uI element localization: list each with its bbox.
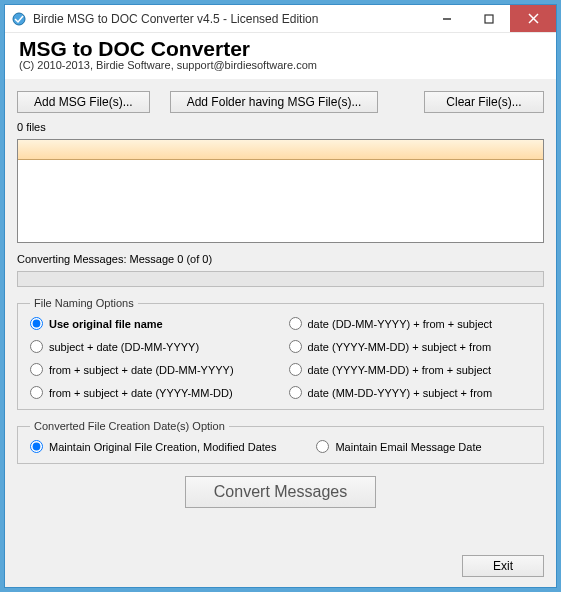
add-msg-files-button[interactable]: Add MSG File(s)... xyxy=(17,91,150,113)
date-radio-original[interactable] xyxy=(30,440,43,453)
app-window: Birdie MSG to DOC Converter v4.5 - Licen… xyxy=(4,4,557,588)
naming-option-from-subject-yyyymmdd[interactable]: from + subject + date (YYYY-MM-DD) xyxy=(30,386,273,399)
maximize-button[interactable] xyxy=(468,5,510,32)
svg-point-0 xyxy=(13,13,25,25)
window-controls xyxy=(426,5,556,32)
copyright-text: (C) 2010-2013, Birdie Software, support@… xyxy=(19,59,542,71)
minimize-button[interactable] xyxy=(426,5,468,32)
naming-radio-6[interactable] xyxy=(30,386,43,399)
progress-label: Converting Messages: Message 0 (of 0) xyxy=(17,253,544,265)
svg-rect-2 xyxy=(485,15,493,23)
header-block: MSG to DOC Converter (C) 2010-2013, Bird… xyxy=(5,33,556,79)
date-option-email[interactable]: Maintain Email Message Date xyxy=(316,440,481,453)
date-radio-email[interactable] xyxy=(316,440,329,453)
naming-option-yyyymmdd-subject-from[interactable]: date (YYYY-MM-DD) + subject + from xyxy=(289,340,532,353)
naming-radio-0[interactable] xyxy=(30,317,43,330)
file-date-options: Converted File Creation Date(s) Option M… xyxy=(17,420,544,464)
naming-option-from-subject-ddmmyyyy[interactable]: from + subject + date (DD-MM-YYYY) xyxy=(30,363,273,376)
naming-option-original[interactable]: Use original file name xyxy=(30,317,273,330)
naming-radio-4[interactable] xyxy=(30,363,43,376)
date-option-original[interactable]: Maintain Original File Creation, Modifie… xyxy=(30,440,276,453)
file-date-legend: Converted File Creation Date(s) Option xyxy=(30,420,229,432)
progress-bar xyxy=(17,271,544,287)
window-title: Birdie MSG to DOC Converter v4.5 - Licen… xyxy=(33,12,426,26)
titlebar: Birdie MSG to DOC Converter v4.5 - Licen… xyxy=(5,5,556,33)
naming-option-yyyymmdd-from-subject[interactable]: date (YYYY-MM-DD) + from + subject xyxy=(289,363,532,376)
app-icon xyxy=(11,11,27,27)
naming-radio-5[interactable] xyxy=(289,363,302,376)
naming-radio-2[interactable] xyxy=(30,340,43,353)
naming-option-subject-ddmmyyyy[interactable]: subject + date (DD-MM-YYYY) xyxy=(30,340,273,353)
naming-radio-1[interactable] xyxy=(289,317,302,330)
file-count-label: 0 files xyxy=(17,121,544,133)
add-folder-button[interactable]: Add Folder having MSG File(s)... xyxy=(170,91,379,113)
convert-messages-button[interactable]: Convert Messages xyxy=(185,476,376,508)
naming-radio-3[interactable] xyxy=(289,340,302,353)
exit-button[interactable]: Exit xyxy=(462,555,544,577)
file-list[interactable] xyxy=(17,139,544,243)
clear-files-button[interactable]: Clear File(s)... xyxy=(424,91,544,113)
naming-option-ddmmyyyy-from-subject[interactable]: date (DD-MM-YYYY) + from + subject xyxy=(289,317,532,330)
content-area: MSG to DOC Converter (C) 2010-2013, Bird… xyxy=(5,33,556,587)
page-title: MSG to DOC Converter xyxy=(19,37,542,61)
close-button[interactable] xyxy=(510,5,556,32)
file-list-header xyxy=(18,140,543,160)
file-naming-options: File Naming Options Use original file na… xyxy=(17,297,544,410)
toolbar: Add MSG File(s)... Add Folder having MSG… xyxy=(17,91,544,113)
naming-radio-7[interactable] xyxy=(289,386,302,399)
file-naming-legend: File Naming Options xyxy=(30,297,138,309)
naming-option-mmddyyyy-subject-from[interactable]: date (MM-DD-YYYY) + subject + from xyxy=(289,386,532,399)
